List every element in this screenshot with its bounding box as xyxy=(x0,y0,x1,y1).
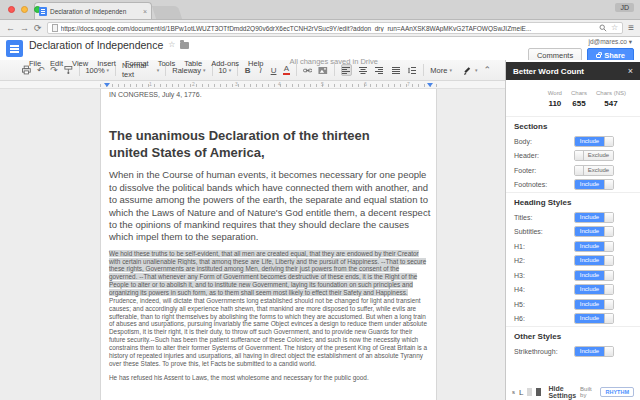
setting-label: H4: xyxy=(514,286,574,293)
toggle-subtitles-[interactable]: Include xyxy=(574,226,614,237)
toggle-h1-[interactable]: Include xyxy=(574,241,614,252)
setting-label: H5: xyxy=(514,301,574,308)
setting-label: H2: xyxy=(514,257,574,264)
search-icon[interactable] xyxy=(599,24,607,32)
toggle-knob xyxy=(604,347,613,356)
sidebar-header: Better Word Count × xyxy=(506,62,640,80)
toggle-h2-[interactable]: Include xyxy=(574,255,614,266)
left-margin-marker[interactable] xyxy=(104,83,110,87)
star-document-icon[interactable]: ☆ xyxy=(168,41,175,49)
setting-label: H6: xyxy=(514,315,574,322)
new-tab-button[interactable] xyxy=(152,6,182,19)
stat-value: 547 xyxy=(596,99,626,108)
size-swatch-light[interactable] xyxy=(527,388,532,396)
setting-label: H3: xyxy=(514,272,574,279)
tab-title: Declaration of Independen xyxy=(50,8,140,15)
menu-edit[interactable]: Edit xyxy=(50,59,63,68)
document-heading[interactable]: The unanimous Declaration of the thirtee… xyxy=(109,127,409,161)
toggle-body-[interactable]: Include xyxy=(574,136,614,147)
stat-header: Word xyxy=(548,90,562,96)
toggle-state-label: Include xyxy=(575,242,604,251)
bookmark-star-icon[interactable]: ☆ xyxy=(611,24,618,32)
saved-status: All changes saved in Drive xyxy=(290,57,378,66)
toggle-knob xyxy=(604,137,613,146)
reload-icon[interactable]: ⟳ xyxy=(34,24,42,33)
ruler-number-1: 1 xyxy=(149,81,152,87)
back-icon[interactable]: ← xyxy=(6,24,15,33)
toggle-titles-[interactable]: Include xyxy=(574,212,614,223)
setting-row-subtitles-: Subtitles:Include xyxy=(506,225,640,240)
close-window-button[interactable] xyxy=(8,6,15,13)
setting-row-titles-: Titles:Include xyxy=(506,210,640,225)
browser-profile-chip[interactable]: JD xyxy=(615,3,634,12)
toggle-state-label: Include xyxy=(575,213,604,222)
docs-logo-icon[interactable] xyxy=(6,40,23,57)
menu-table[interactable]: Table xyxy=(184,59,202,68)
paragraph-3[interactable]: He has refused his Assent to Laws, the m… xyxy=(109,374,429,382)
setting-row-h1-: H1:Include xyxy=(506,239,640,254)
toggle-state-label: Include xyxy=(575,180,604,189)
toggle-footnotes-[interactable]: Include xyxy=(574,179,614,190)
url-text: https://docs.google.com/document/d/1BPw1… xyxy=(61,25,596,32)
size-swatch-dark[interactable] xyxy=(536,388,541,396)
move-to-folder-icon[interactable] xyxy=(180,42,189,49)
stat-header: Chars (NS) xyxy=(596,90,626,96)
toggle-knob xyxy=(604,300,613,309)
ruler-number-7: 7 xyxy=(407,81,410,87)
group-heading-sections: Sections xyxy=(506,116,640,134)
menu-view[interactable]: View xyxy=(72,59,88,68)
toggle-h4-[interactable]: Include xyxy=(574,284,614,295)
toggle-state-label: Include xyxy=(575,347,604,356)
account-email[interactable]: jd@mares.co ▾ xyxy=(528,38,632,46)
toggle-h5-[interactable]: Include xyxy=(574,299,614,310)
setting-label: Header: xyxy=(514,152,574,159)
text-size-large-label[interactable]: L xyxy=(519,388,523,397)
paragraph-2-rest[interactable]: Prudence, indeed, will dictate that Gove… xyxy=(109,297,427,367)
right-margin-marker[interactable] xyxy=(427,83,433,87)
text-size-small-label[interactable]: s xyxy=(512,389,515,395)
toggle-knob xyxy=(604,314,613,323)
close-icon[interactable]: × xyxy=(628,66,633,76)
browser-tab[interactable]: Declaration of Independen × xyxy=(34,2,152,19)
tab-close-icon[interactable]: × xyxy=(143,8,147,15)
menu-file[interactable]: File xyxy=(29,59,41,68)
menu-help[interactable]: Help xyxy=(248,59,263,68)
forward-icon[interactable]: → xyxy=(20,24,29,33)
document-title[interactable]: Declaration of Independence xyxy=(29,39,163,51)
stat-header: Chars xyxy=(571,90,587,96)
browser-menu-icon[interactable]: ≡ xyxy=(628,23,634,33)
ruler[interactable]: 1234567 xyxy=(0,81,505,89)
toggle-knob xyxy=(604,227,613,236)
menu-add-ons[interactable]: Add-ons xyxy=(211,59,239,68)
toggle-state-label: Include xyxy=(575,285,604,294)
paragraph-1[interactable]: When in the Course of human events, it b… xyxy=(109,169,431,243)
toggle-h6-[interactable]: Include xyxy=(574,313,614,324)
menu-tools[interactable]: Tools xyxy=(158,59,176,68)
toggle-header-[interactable]: Exclude xyxy=(574,150,614,161)
toggle-h3-[interactable]: Include xyxy=(574,270,614,281)
url-field[interactable]: https://docs.google.com/document/d/1BPw1… xyxy=(47,22,624,34)
toggle-strikethrough-[interactable]: Include xyxy=(574,346,614,357)
menu-format[interactable]: Format xyxy=(125,59,149,68)
selected-text[interactable]: We hold these truths to be self-evident,… xyxy=(109,250,426,296)
page-security-icon[interactable] xyxy=(52,24,58,32)
window-controls[interactable] xyxy=(8,6,41,13)
minimize-window-button[interactable] xyxy=(21,6,28,13)
toggle-knob xyxy=(604,285,613,294)
document-page[interactable]: IN CONGRESS, July 4, 1776. The unanimous… xyxy=(100,89,437,400)
setting-label: Footer: xyxy=(514,167,574,174)
paragraph-2[interactable]: We hold these truths to be self-evident,… xyxy=(109,250,429,368)
congress-line[interactable]: IN CONGRESS, July 4, 1776. xyxy=(109,91,429,98)
brand-logo[interactable]: RHYTHM xyxy=(600,387,634,397)
menu-insert[interactable]: Insert xyxy=(97,59,116,68)
hide-settings-link[interactable]: Hide Settings xyxy=(548,385,576,399)
setting-row-header-: Header:Exclude xyxy=(506,149,640,164)
browser-tab-strip: Declaration of Independen × JD xyxy=(0,0,640,20)
toggle-state-label: Include xyxy=(575,227,604,236)
settings-groups: SectionsBody:IncludeHeader:ExcludeFooter… xyxy=(506,116,640,384)
toggle-knob xyxy=(604,271,613,280)
toggle-footer-[interactable]: Exclude xyxy=(574,165,614,176)
ruler-number-3: 3 xyxy=(235,81,238,87)
stat-chars: Chars655 xyxy=(571,90,587,108)
ruler-number-6: 6 xyxy=(364,81,367,87)
